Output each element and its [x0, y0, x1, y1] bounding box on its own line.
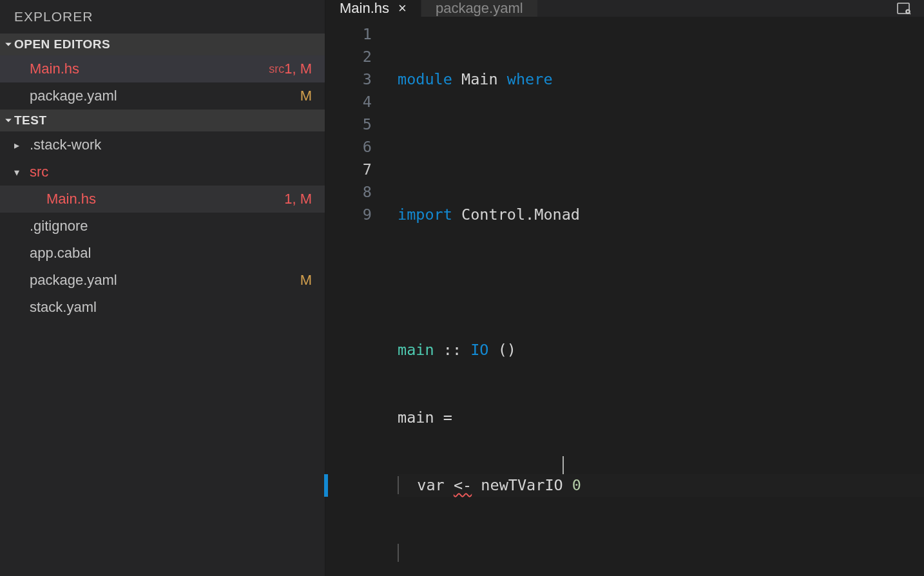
open-editors-header[interactable]: OPEN EDITORS — [0, 34, 325, 55]
tree-folder-label: .stack-work — [30, 137, 317, 153]
explorer-sidebar: EXPLORER OPEN EDITORS Main.hs src 1, M p… — [0, 0, 325, 576]
open-editors-label: OPEN EDITORS — [14, 37, 110, 52]
open-editor-status: M — [300, 88, 317, 104]
split-editor-icon[interactable] — [883, 0, 924, 17]
tree-file-label: package.yaml — [30, 272, 300, 289]
code-line — [398, 271, 924, 294]
open-editor-status: 1, M — [284, 61, 317, 77]
tree-file-label: Main.hs — [46, 191, 284, 207]
code-line — [398, 542, 924, 564]
tree-file[interactable]: package.yaml M — [0, 267, 325, 294]
editor-pane: Main.hs × package.yaml 1 2 3 4 — [325, 0, 924, 576]
tree-file-label: .gitignore — [30, 218, 317, 235]
line-number: 1 — [325, 23, 372, 46]
tree-folder[interactable]: ▸ .stack-work — [0, 131, 325, 158]
workspace-header[interactable]: TEST — [0, 110, 325, 131]
text-caret-icon — [563, 456, 564, 474]
tab-label: Main.hs — [340, 0, 389, 17]
tree-file-label: stack.yaml — [30, 299, 317, 316]
explorer-title: EXPLORER — [0, 0, 325, 34]
open-editor-filename: package.yaml — [30, 88, 300, 104]
chevron-down-icon — [3, 117, 14, 124]
code-line: main :: IO () — [398, 339, 924, 361]
line-number: 6 — [325, 136, 372, 158]
tree-file[interactable]: app.cabal — [0, 240, 325, 267]
code-line — [398, 136, 924, 158]
tab-main-hs[interactable]: Main.hs × — [325, 0, 421, 17]
open-editor-path: src — [269, 62, 284, 76]
open-editor-item[interactable]: package.yaml M — [0, 82, 325, 110]
line-number: 9 — [325, 204, 372, 226]
error-squiggle: <- — [454, 476, 472, 494]
tab-bar: Main.hs × package.yaml — [325, 0, 924, 17]
tree-file[interactable]: Main.hs 1, M — [0, 186, 325, 213]
tree-file-label: app.cabal — [30, 245, 317, 262]
line-number: 7 — [325, 158, 372, 181]
open-editor-filename: Main.hs — [30, 61, 262, 77]
open-editor-item[interactable]: Main.hs src 1, M — [0, 55, 325, 82]
line-number: 2 — [325, 46, 372, 68]
code-line: main = — [398, 407, 924, 429]
chevron-right-icon: ▸ — [12, 139, 22, 151]
line-number: 4 — [325, 91, 372, 113]
svg-line-3 — [909, 13, 910, 14]
code-line: import Control.Monad — [398, 204, 924, 226]
tree-folder[interactable]: ▾ src — [0, 158, 325, 186]
chevron-down-icon: ▾ — [12, 166, 22, 178]
tree-file-status: M — [300, 272, 317, 289]
line-number: 3 — [325, 68, 372, 91]
code-line: var <- newTVarIO 0 — [398, 474, 924, 497]
tabbar-spacer — [538, 0, 883, 17]
close-icon[interactable]: × — [398, 0, 407, 17]
line-gutter: 1 2 3 4 5 6 7 8 9 — [325, 17, 389, 576]
line-number: 8 — [325, 181, 372, 204]
code-editor[interactable]: 1 2 3 4 5 6 7 8 9 module Main where impo… — [325, 17, 924, 576]
code-line: module Main where — [398, 68, 924, 91]
tree-file-status: 1, M — [284, 191, 317, 207]
tree-file[interactable]: stack.yaml — [0, 294, 325, 321]
tab-label: package.yaml — [436, 0, 523, 17]
tree-file[interactable]: .gitignore — [0, 213, 325, 240]
line-number: 5 — [325, 113, 372, 136]
chevron-down-icon — [3, 41, 14, 48]
workspace-label: TEST — [14, 113, 47, 128]
tab-package-yaml[interactable]: package.yaml — [421, 0, 538, 17]
current-line-marker — [324, 474, 328, 497]
tree-folder-label: src — [30, 164, 312, 180]
code-content[interactable]: module Main where import Control.Monad m… — [389, 17, 924, 576]
